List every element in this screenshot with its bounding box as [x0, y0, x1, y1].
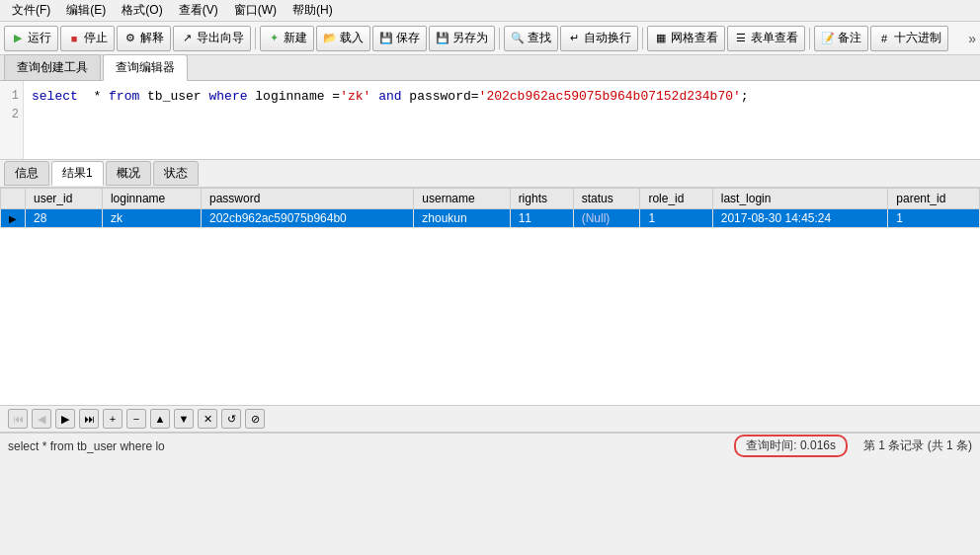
explain-label: 解释 [140, 30, 164, 46]
cell-user-id: 28 [26, 209, 103, 228]
tab-status[interactable]: 状态 [153, 161, 199, 186]
tab-overview[interactable]: 概况 [106, 161, 151, 186]
nav-remove-button[interactable]: − [126, 409, 146, 429]
row-arrow-indicator: ▶ [1, 209, 26, 228]
autowrap-label: 自动换行 [584, 30, 631, 46]
save-button[interactable]: 💾 保存 [372, 26, 427, 51]
nav-prev-button[interactable]: ◀ [32, 409, 51, 429]
cell-parent-id: 1 [888, 209, 980, 228]
col-header-user-id[interactable]: user_id [26, 189, 103, 209]
sep1 [255, 28, 256, 49]
cell-status: (Null) [573, 209, 640, 228]
load-icon: 📂 [323, 32, 337, 45]
hex-label: 十六进制 [894, 30, 941, 46]
sep4 [809, 28, 810, 49]
menu-file[interactable]: 文件(F) [4, 0, 58, 21]
saveas-button[interactable]: 💾 另存为 [429, 26, 495, 51]
save-icon: 💾 [379, 32, 393, 45]
line-numbers: 1 2 [0, 81, 24, 159]
form-label: 表单查看 [751, 30, 798, 46]
col-header-username[interactable]: username [414, 189, 510, 209]
load-button[interactable]: 📂 载入 [316, 26, 370, 51]
nav-up-button[interactable]: ▲ [150, 409, 170, 429]
nav-first-button[interactable]: ⏮ [8, 409, 28, 429]
nav-cancel-button[interactable]: ✕ [198, 409, 217, 429]
autowrap-icon: ↵ [567, 32, 581, 45]
export-icon: ↗ [180, 32, 194, 45]
status-bar: select * from tb_user where lo 查询时间: 0.0… [0, 433, 980, 458]
menu-help[interactable]: 帮助(H) [285, 0, 341, 21]
nav-last-button[interactable]: ⏭ [79, 409, 99, 429]
menu-format[interactable]: 格式(O) [114, 0, 170, 21]
explain-button[interactable]: ⚙ 解释 [117, 26, 171, 51]
col-header-password[interactable]: password [201, 189, 413, 209]
cell-role-id: 1 [640, 209, 712, 228]
nav-add-button[interactable]: + [103, 409, 122, 429]
form-icon: ☰ [734, 32, 748, 45]
grid-view-button[interactable]: ▦ 网格查看 [647, 26, 725, 51]
form-view-button[interactable]: ☰ 表单查看 [727, 26, 805, 51]
table-row[interactable]: ▶ 28 zk 202cb962ac59075b964b0 zhoukun 11… [1, 209, 980, 228]
sep2 [499, 28, 500, 49]
hex-button[interactable]: # 十六进制 [870, 26, 948, 51]
result-area: user_id loginname password username righ… [0, 188, 980, 405]
nav-down-button[interactable]: ▼ [174, 409, 194, 429]
grid-icon: ▦ [654, 32, 668, 45]
stop-icon: ■ [67, 32, 81, 45]
line-num-2: 2 [4, 106, 19, 124]
save-label: 保存 [396, 30, 420, 46]
col-header-rights[interactable]: rights [510, 189, 573, 209]
code-editor[interactable]: select * from tb_user where loginname ='… [24, 81, 980, 159]
col-header-loginname[interactable]: loginname [102, 189, 201, 209]
sep3 [642, 28, 643, 49]
find-button[interactable]: 🔍 查找 [504, 26, 558, 51]
cell-password: 202cb962ac59075b964b0 [201, 209, 413, 228]
comment-label: 备注 [838, 30, 861, 46]
nav-refresh-button[interactable]: ↺ [221, 409, 241, 429]
status-right: 查询时间: 0.016s 第 1 条记录 (共 1 条) [734, 435, 972, 457]
tab-query-editor[interactable]: 查询编辑器 [103, 54, 188, 81]
grid-label: 网格查看 [671, 30, 718, 46]
editor-area[interactable]: 1 2 select * from tb_user where loginnam… [0, 81, 980, 160]
col-header-parent-id[interactable]: parent_id [888, 189, 980, 209]
stop-button[interactable]: ■ 停止 [60, 26, 115, 51]
find-icon: 🔍 [511, 32, 525, 45]
cell-last-login: 2017-08-30 14:45:24 [712, 209, 888, 228]
export-button[interactable]: ↗ 导出向导 [173, 26, 251, 51]
load-label: 载入 [340, 30, 364, 46]
result-table: user_id loginname password username righ… [0, 188, 980, 228]
comment-button[interactable]: 📝 备注 [814, 26, 868, 51]
editor-tabbar: 查询创建工具 查询编辑器 [0, 55, 980, 81]
nav-bar: ⏮ ◀ ▶ ⏭ + − ▲ ▼ ✕ ↺ ⊘ [0, 405, 980, 433]
new-icon: ✦ [267, 32, 281, 45]
cell-loginname: zk [102, 209, 201, 228]
run-label: 运行 [28, 30, 51, 46]
tab-info[interactable]: 信息 [4, 161, 49, 186]
more-button[interactable]: » [968, 31, 976, 46]
info-tabbar: 信息 结果1 概况 状态 [0, 160, 980, 188]
hex-icon: # [877, 32, 891, 45]
find-label: 查找 [528, 30, 551, 46]
nav-clear-button[interactable]: ⊘ [245, 409, 265, 429]
run-button[interactable]: ▶ 运行 [4, 26, 58, 51]
empty-space [0, 228, 980, 386]
line-num-1: 1 [4, 87, 19, 106]
comment-icon: 📝 [821, 32, 835, 45]
cell-rights: 11 [510, 209, 573, 228]
tab-result1[interactable]: 结果1 [51, 161, 104, 186]
row-indicator-header [1, 189, 26, 209]
menu-view[interactable]: 查看(V) [171, 0, 226, 21]
autowrap-button[interactable]: ↵ 自动换行 [560, 26, 638, 51]
status-sql-text: select * from tb_user where lo [8, 439, 734, 453]
menu-window[interactable]: 窗口(W) [226, 0, 285, 21]
col-header-status[interactable]: status [573, 189, 640, 209]
tab-query-builder[interactable]: 查询创建工具 [4, 54, 101, 80]
menu-edit[interactable]: 编辑(E) [58, 0, 114, 21]
col-header-last-login[interactable]: last_login [712, 189, 888, 209]
saveas-icon: 💾 [436, 32, 449, 45]
menubar: 文件(F) 编辑(E) 格式(O) 查看(V) 窗口(W) 帮助(H) [0, 0, 980, 22]
col-header-role-id[interactable]: role_id [640, 189, 712, 209]
new-button[interactable]: ✦ 新建 [260, 26, 314, 51]
saveas-label: 另存为 [452, 30, 488, 46]
nav-next-button[interactable]: ▶ [55, 409, 75, 429]
